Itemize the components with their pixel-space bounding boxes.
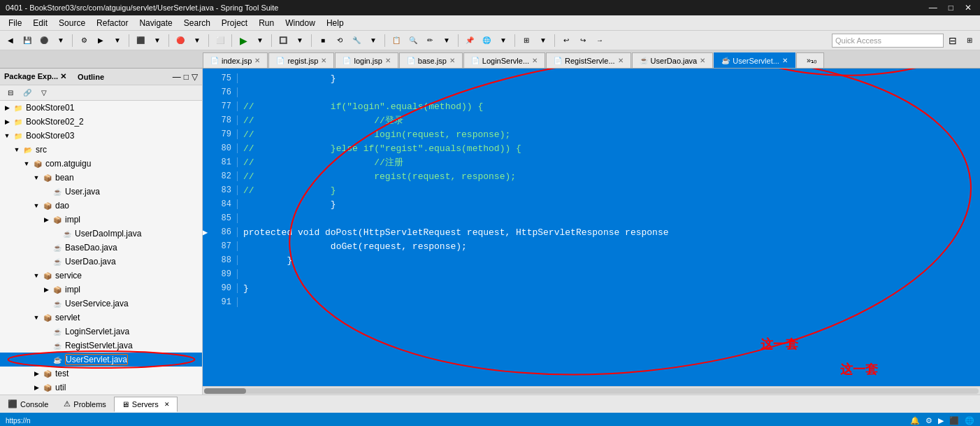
toolbar-btn-17[interactable]: 🔧: [349, 33, 364, 48]
collapse-all-btn[interactable]: ⊟: [3, 85, 18, 101]
tab-7[interactable]: ☕UserServlet...✕: [714, 52, 795, 68]
tree-item-basedao[interactable]: ☕BaseDao.java: [0, 241, 202, 255]
toolbar-btn-5[interactable]: ⚙: [76, 33, 92, 48]
toolbar-btn-21[interactable]: ✏: [422, 33, 438, 48]
toolbar-btn-18[interactable]: ▼: [366, 33, 381, 48]
toolbar-btn-23[interactable]: 📌: [462, 33, 477, 48]
toolbar-btn-14[interactable]: ▼: [292, 33, 308, 48]
problems-tab[interactable]: ⚠ Problems: [56, 397, 113, 412]
tab-6[interactable]: ☕UserDao.java✕: [632, 52, 714, 68]
servers-close[interactable]: ✕: [164, 401, 170, 408]
tree-item-bs02[interactable]: ▶📁BookStore02_2: [0, 115, 202, 129]
menu-item-source[interactable]: Source: [53, 17, 91, 29]
console-tab[interactable]: ⬛ Console: [0, 397, 56, 412]
tab-close-2[interactable]: ✕: [385, 57, 391, 64]
horizontal-scrollbar[interactable]: [203, 386, 980, 395]
toolbar-btn-25[interactable]: ▼: [496, 33, 511, 48]
menu-item-file[interactable]: File: [3, 17, 27, 29]
status-icon-5[interactable]: 🌐: [965, 416, 974, 425]
toolbar-btn-6[interactable]: ▶: [93, 33, 108, 48]
tab-close-1[interactable]: ✕: [321, 57, 326, 64]
toolbar-btn-28[interactable]: ↩: [559, 33, 574, 48]
tree-item-bean[interactable]: ▼📦bean: [0, 171, 202, 185]
menu-item-navigate[interactable]: Navigate: [134, 17, 178, 29]
tab-close-3[interactable]: ✕: [449, 57, 455, 64]
status-icon-3[interactable]: ▶: [938, 416, 944, 425]
tab-4[interactable]: 📄LoginServle...✕: [463, 52, 545, 68]
code-editor[interactable]: 75 } 76 77// if("login".equals(method)) …: [203, 69, 980, 386]
servers-tab[interactable]: 🖥 Servers ✕: [114, 397, 178, 412]
toolbar-btn-12[interactable]: ⬜: [212, 33, 228, 48]
tree-item-userservice[interactable]: ☕UserService.java: [0, 297, 202, 311]
scroll-track[interactable]: [204, 388, 979, 394]
status-icon-2[interactable]: ⚙: [925, 416, 932, 425]
tree-item-bs03[interactable]: ▼📁BookStore03: [0, 129, 202, 143]
menu-item-window[interactable]: Window: [280, 17, 321, 29]
editor-area[interactable]: 75 } 76 77// if("login".equals(method)) …: [203, 69, 980, 395]
toolbar-btn-4[interactable]: ▼: [53, 33, 69, 48]
close-button[interactable]: ✕: [962, 3, 974, 13]
tab-8[interactable]: »₁₀: [796, 52, 824, 68]
menu-item-search[interactable]: Search: [178, 17, 216, 29]
tab-close-6[interactable]: ✕: [700, 57, 705, 64]
toolbar-btn-2[interactable]: 💾: [20, 33, 35, 48]
quick-access-input[interactable]: Quick Access: [832, 34, 944, 48]
tree-item-loginservlet[interactable]: ☕LoginServlet.java: [0, 325, 202, 339]
tab-2[interactable]: 📄login.jsp✕: [335, 52, 398, 68]
tab-0[interactable]: 📄index.jsp✕: [203, 52, 268, 68]
menu-item-refactor[interactable]: Refactor: [91, 17, 134, 29]
toolbar-btn-11[interactable]: ▼: [189, 33, 205, 48]
tree-item-registservlet[interactable]: ☕RegistServlet.java: [0, 339, 202, 353]
toolbar-btn-9[interactable]: ▼: [150, 33, 165, 48]
tree-item-userdao[interactable]: ☕UserDao.java: [0, 255, 202, 269]
sidebar-max-btn[interactable]: □: [184, 72, 189, 82]
menu-item-project[interactable]: Project: [216, 17, 253, 29]
sidebar-close-btn[interactable]: ▽: [192, 72, 198, 82]
toolbar-btn-run[interactable]: ▶: [236, 33, 251, 48]
toolbar-btn-1[interactable]: ◀: [3, 33, 18, 48]
tree-item-service[interactable]: ▼📦service: [0, 269, 202, 283]
toolbar-btn-7[interactable]: ▼: [110, 33, 125, 48]
tab-1[interactable]: 📄regist.jsp✕: [268, 52, 334, 68]
tree-item-userdaoimpl[interactable]: ☕UserDaoImpl.java: [0, 227, 202, 241]
tree-item-dao[interactable]: ▼📦dao: [0, 199, 202, 213]
tree-item-serviceimpl[interactable]: ▶📦impl: [0, 283, 202, 297]
toolbar-btn-20[interactable]: 🔍: [405, 33, 421, 48]
toolbar-btn-24[interactable]: 🌐: [479, 33, 494, 48]
toolbar-btn-30[interactable]: →: [592, 33, 607, 48]
tree-item-userjava[interactable]: ☕User.java: [0, 185, 202, 199]
tab-close-0[interactable]: ✕: [254, 57, 260, 64]
tree-item-util[interactable]: ▶📦util: [0, 381, 202, 395]
minimize-button[interactable]: —: [926, 3, 940, 13]
tree-item-bs01[interactable]: ▶📁BookStore01: [0, 101, 202, 115]
toolbar-btn-8[interactable]: ⬛: [133, 33, 148, 48]
tree-item-servlet[interactable]: ▼📦servlet: [0, 311, 202, 325]
tree-item-userservlet[interactable]: ☕UserServlet.java: [0, 353, 202, 367]
toolbar-btn-perspective[interactable]: ⊟: [945, 33, 960, 48]
tab-5[interactable]: 📄RegistServle...✕: [546, 52, 631, 68]
tree-item-impl[interactable]: ▶📦impl: [0, 213, 202, 227]
toolbar-btn-27[interactable]: ▼: [535, 33, 551, 48]
menu-item-run[interactable]: Run: [253, 17, 280, 29]
menu-item-help[interactable]: Help: [321, 17, 350, 29]
maximize-button[interactable]: □: [946, 3, 956, 13]
toolbar-btn-29[interactable]: ↪: [575, 33, 591, 48]
tree-item-test[interactable]: ▶📦test: [0, 367, 202, 381]
toolbar-btn-22[interactable]: ▼: [439, 33, 454, 48]
scroll-thumb[interactable]: [204, 388, 246, 394]
tab-close-4[interactable]: ✕: [532, 57, 538, 64]
sidebar-min-btn[interactable]: —: [173, 72, 181, 82]
tab-close-5[interactable]: ✕: [618, 57, 624, 64]
toolbar-btn-16[interactable]: ⟲: [332, 33, 347, 48]
status-icon-1[interactable]: 🔔: [910, 416, 920, 425]
toolbar-btn-3[interactable]: ⚫: [36, 33, 52, 48]
tree-item-src[interactable]: ▼📂src: [0, 143, 202, 157]
toolbar-btn-31[interactable]: ⊞: [962, 33, 977, 48]
toolbar-btn-10[interactable]: 🔴: [173, 33, 188, 48]
menu-item-edit[interactable]: Edit: [27, 17, 53, 29]
toolbar-btn-15[interactable]: ■: [315, 33, 331, 48]
view-menu-btn[interactable]: ▽: [36, 85, 52, 101]
toolbar-btn-19[interactable]: 📋: [389, 33, 404, 48]
tree-item-com[interactable]: ▼📦com.atguigu: [0, 157, 202, 171]
tab-close-7[interactable]: ✕: [782, 57, 788, 64]
